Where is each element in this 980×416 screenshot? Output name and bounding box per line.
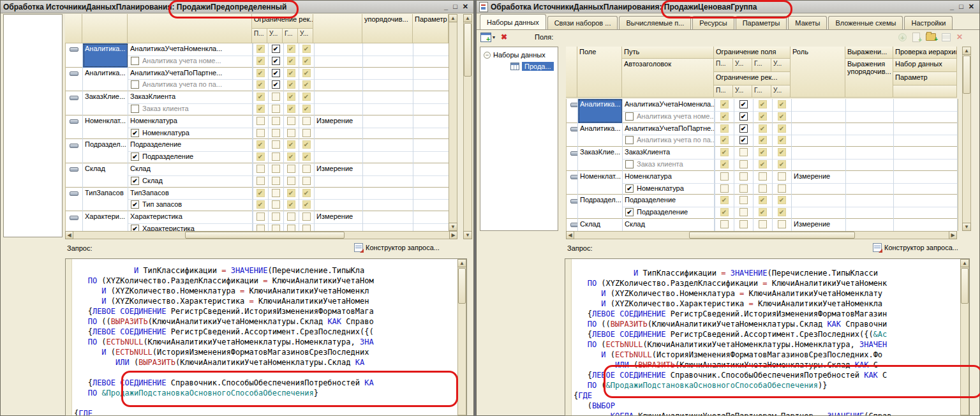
checkbox-checked-disabled[interactable]: ✔ (778, 160, 786, 168)
checkbox-checked-disabled[interactable]: ✔ (287, 140, 295, 149)
checkbox-checked-disabled[interactable]: ✔ (287, 45, 295, 53)
checkbox-checked-disabled[interactable]: ✔ (720, 112, 729, 121)
checkbox-checked-disabled[interactable]: ✔ (720, 100, 729, 108)
checkbox-checked-disabled[interactable]: ✔ (778, 136, 786, 144)
right-table-hscroll-thumb[interactable] (689, 232, 855, 239)
checkbox-unchecked[interactable] (759, 220, 767, 228)
checkbox-checked-disabled[interactable]: ✔ (256, 140, 265, 149)
checkbox-checked[interactable]: ✔ (272, 45, 280, 53)
checkbox-checked-disabled[interactable]: ✔ (256, 45, 265, 53)
checkbox-checked-disabled[interactable]: ✔ (256, 69, 265, 77)
checkbox-unchecked[interactable] (256, 225, 265, 231)
checkbox-unchecked[interactable] (302, 129, 311, 137)
checkbox-checked-disabled[interactable]: ✔ (759, 160, 767, 168)
field-row-group[interactable]: Характери...Характеристика✔Характеристик… (66, 211, 449, 231)
field-row-group[interactable]: Подраздел...Подразделение✔Подразделение✔… (567, 195, 958, 219)
checkbox-unchecked[interactable] (302, 165, 311, 173)
field-name-cell[interactable]: Аналитика... (578, 99, 623, 123)
tab-2[interactable]: Связи наборов ... (547, 16, 618, 29)
add-table-icon[interactable] (942, 33, 951, 41)
field-path-cell[interactable]: Номенклатура (128, 115, 253, 128)
field-row-group[interactable]: Аналитика...АналитикаУчетаПоПартне...Ана… (66, 68, 449, 92)
right-maximize-button[interactable]: □ (959, 3, 963, 11)
field-path-cell[interactable]: АналитикаУчетаПоПартне... (128, 68, 253, 80)
field-row-group[interactable]: Аналитика...АналитикаУчетаНоменкла...Ана… (66, 43, 449, 68)
checkbox-unchecked[interactable] (287, 212, 295, 221)
checkbox-checked-disabled[interactable]: ✔ (759, 148, 767, 156)
checkbox-unchecked[interactable] (287, 165, 295, 173)
field-path-cell[interactable]: Подразделение (128, 139, 253, 151)
title-checkbox-unchecked[interactable] (625, 112, 634, 121)
checkbox-checked-disabled[interactable]: ✔ (778, 208, 786, 216)
checkbox-checked-disabled[interactable]: ✔ (720, 208, 729, 216)
checkbox-checked-disabled[interactable]: ✔ (256, 200, 265, 209)
title-checkbox-checked[interactable]: ✔ (131, 200, 139, 209)
field-name-cell[interactable]: Номенклат... (578, 171, 623, 195)
field-path-cell[interactable]: АналитикаУчетаПоПартне... (623, 123, 715, 135)
left-form-vscroll-thumb[interactable] (464, 23, 471, 77)
checkbox-unchecked[interactable] (287, 117, 295, 125)
checkbox-checked[interactable]: ✔ (739, 112, 748, 121)
field-title-cell[interactable]: Аналитика учета номе... (623, 111, 715, 123)
checkbox-checked-disabled[interactable]: ✔ (778, 148, 786, 156)
checkbox-checked-disabled[interactable]: ✔ (287, 189, 295, 197)
field-path-cell[interactable]: Склад (128, 163, 253, 175)
tab-4[interactable]: Ресурсы (692, 16, 734, 29)
left-table-vscroll-down[interactable]: ▼ (449, 223, 457, 231)
checkbox-unchecked[interactable] (739, 172, 748, 181)
checkbox-unchecked[interactable] (287, 129, 295, 137)
title-checkbox-unchecked[interactable] (131, 105, 139, 113)
query-constructor-link[interactable]: Конструктор запроса... (354, 243, 440, 252)
checkbox-checked-disabled[interactable]: ✔ (302, 105, 311, 113)
field-name-cell[interactable]: Склад (578, 219, 623, 231)
query-vscroll-up[interactable]: ▲ (457, 259, 466, 267)
checkbox-unchecked[interactable] (256, 177, 265, 185)
left-table-hscroll-left[interactable]: ◀ (65, 231, 73, 239)
checkbox-checked[interactable]: ✔ (272, 69, 280, 77)
checkbox-checked-disabled[interactable]: ✔ (302, 152, 311, 161)
checkbox-unchecked[interactable] (256, 117, 265, 125)
checkbox-checked-disabled[interactable]: ✔ (256, 80, 265, 89)
checkbox-checked-disabled[interactable]: ✔ (759, 208, 767, 216)
title-checkbox-checked[interactable]: ✔ (131, 225, 139, 231)
field-name-cell[interactable]: Подраздел... (83, 139, 128, 163)
query-constructor-text[interactable]: Конструктор запроса... (366, 244, 440, 251)
field-row-group[interactable]: ТипЗапасовТипЗапасов✔Тип запасов✔✔✔✔✔✔ (66, 188, 449, 212)
field-path-cell[interactable]: ЗаказКлиента (128, 91, 253, 103)
field-title-cell[interactable]: ✔Склад (128, 175, 253, 188)
left-table-hscroll-thumb[interactable] (185, 232, 345, 239)
field-title-cell[interactable]: Аналитика учета номе... (128, 56, 253, 68)
checkbox-checked[interactable]: ✔ (739, 100, 748, 108)
field-path-cell[interactable]: Подразделение (623, 195, 715, 207)
tree-item-dataset-sales[interactable]: Прода... (510, 61, 558, 71)
field-title-cell[interactable]: ✔Подразделение (128, 151, 253, 163)
left-table-hscroll-right[interactable]: ▶ (449, 231, 457, 239)
checkbox-checked-disabled[interactable]: ✔ (720, 136, 729, 144)
field-path-cell[interactable]: Номенклатура (623, 171, 715, 183)
checkbox-unchecked[interactable] (256, 165, 265, 173)
title-checkbox-checked[interactable]: ✔ (131, 152, 139, 161)
checkbox-unchecked[interactable] (272, 177, 280, 185)
right-table-vscroll-thumb[interactable] (963, 56, 970, 94)
checkbox-unchecked[interactable] (739, 208, 748, 216)
checkbox-unchecked[interactable] (272, 152, 280, 161)
checkbox-checked-disabled[interactable]: ✔ (302, 45, 311, 53)
checkbox-unchecked[interactable] (302, 117, 311, 125)
checkbox-unchecked[interactable] (302, 212, 311, 221)
checkbox-checked[interactable]: ✔ (272, 57, 280, 65)
field-name-cell[interactable]: ТипЗапасов (83, 188, 128, 212)
add-copy-icon[interactable]: + (912, 33, 920, 42)
field-title-cell[interactable]: Аналитика учета по па... (128, 79, 253, 91)
left-table-vscroll[interactable] (449, 14, 457, 231)
checkbox-unchecked[interactable] (272, 140, 280, 149)
tab-6[interactable]: Макеты (788, 16, 827, 29)
right-table-vscroll-up[interactable]: ▲ (962, 47, 971, 55)
checkbox-checked-disabled[interactable]: ✔ (759, 112, 767, 121)
checkbox-checked-disabled[interactable]: ✔ (720, 196, 729, 204)
add-field-icon[interactable]: + (898, 33, 907, 41)
checkbox-unchecked[interactable] (739, 220, 748, 228)
checkbox-unchecked[interactable] (272, 93, 280, 101)
checkbox-unchecked[interactable] (272, 189, 280, 197)
field-name-cell[interactable]: Аналитика... (83, 43, 128, 68)
left-maximize-button[interactable]: □ (453, 3, 457, 11)
